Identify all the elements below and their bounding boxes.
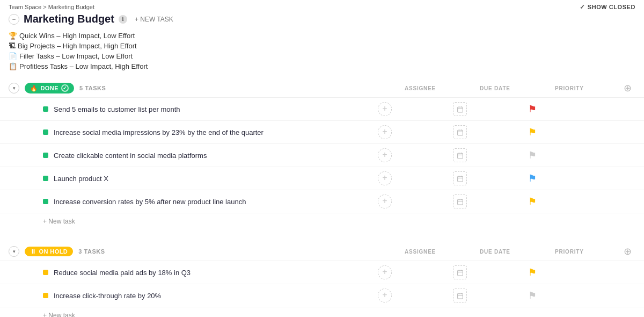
priority-cell-0-2[interactable]: ⚑	[528, 149, 592, 161]
priority-flag-0-1: ⚑	[528, 126, 537, 138]
calendar-icon-0-2[interactable]	[453, 148, 467, 162]
calendar-svg	[457, 106, 464, 113]
badge-icon-done: 🔥	[30, 85, 38, 92]
new-task-button[interactable]: + NEW TASK	[131, 15, 177, 24]
assignee-avatar-1-1[interactable]: +	[378, 289, 392, 302]
breadcrumb: Team Space > Marketing Budget	[9, 4, 94, 10]
priority-cell-0-1[interactable]: ⚑	[528, 126, 592, 138]
assignee-cell-0-1[interactable]: +	[378, 125, 453, 139]
task-dot-0-4	[43, 199, 48, 204]
calendar-icon-0-3[interactable]	[453, 171, 467, 185]
assignee-cell-0-0[interactable]: +	[378, 102, 453, 116]
task-row-0-1[interactable]: Increase social media impressions by 23%…	[0, 121, 644, 144]
due-date-cell-0-3[interactable]	[453, 171, 528, 185]
show-closed-label: SHOW CLOSED	[588, 4, 635, 10]
task-row-0-3[interactable]: Launch product X + ⚑	[0, 167, 644, 190]
svg-rect-16	[457, 199, 463, 205]
assignee-avatar-1-0[interactable]: +	[378, 265, 392, 279]
section-collapse-on-hold[interactable]: ▾	[9, 246, 19, 257]
task-name-text-0-1: Increase social media impressions by 23%…	[54, 128, 264, 136]
task-name-cell-0-0: Send 5 emails to customer list per month	[43, 105, 378, 113]
avatar-add-icon: +	[382, 104, 387, 113]
due-date-cell-0-0[interactable]	[453, 102, 528, 116]
task-dot-0-2	[43, 153, 48, 158]
page-collapse-button[interactable]: –	[9, 14, 19, 25]
status-badge-on-hold[interactable]: ⏸ ON HOLD	[25, 247, 73, 256]
avatar-add-icon: +	[382, 291, 387, 299]
task-row-0-0[interactable]: Send 5 emails to customer list per month…	[0, 98, 644, 121]
assignee-cell-1-0[interactable]: +	[378, 265, 453, 279]
due-date-cell-1-1[interactable]	[453, 289, 528, 302]
section-header-on-hold: ▾⏸ ON HOLD3 TASKSASSIGNEEDUE DATEPRIORIT…	[0, 242, 644, 261]
avatar-add-icon: +	[382, 197, 387, 205]
calendar-icon-1-0[interactable]	[453, 265, 467, 279]
collapse-arrow-icon: ▾	[13, 249, 16, 254]
task-name-cell-0-2: Create clickable content in social media…	[43, 152, 378, 160]
badge-label-on-hold: ON HOLD	[39, 248, 68, 255]
calendar-icon-0-1[interactable]	[453, 125, 467, 139]
legend-item-3: 📋 Profitless Tasks – Low Impact, High Ef…	[9, 62, 635, 70]
calendar-icon-1-1[interactable]	[453, 289, 467, 302]
priority-cell-0-4[interactable]: ⚑	[528, 196, 592, 207]
priority-flag-0-2: ⚑	[528, 149, 537, 161]
page-header: – Marketing Budget ℹ + NEW TASK	[0, 12, 644, 30]
section-collapse-done[interactable]: ▾	[9, 83, 19, 93]
priority-flag-0-0: ⚑	[528, 103, 537, 115]
task-row-1-1[interactable]: Increase click-through rate by 20% + ⚑	[0, 284, 644, 307]
section-done: ▾🔥 DONE ✓5 TASKSASSIGNEEDUE DATEPRIORITY…	[0, 79, 644, 229]
legend-emoji-1: 🏗	[9, 42, 16, 50]
status-badge-done[interactable]: 🔥 DONE ✓	[25, 83, 74, 93]
assignee-avatar-0-2[interactable]: +	[378, 148, 392, 162]
breadcrumb-parent[interactable]: Team Space	[9, 4, 41, 10]
priority-cell-0-0[interactable]: ⚑	[528, 103, 592, 115]
task-row-0-2[interactable]: Create clickable content in social media…	[0, 144, 644, 167]
info-icon[interactable]: ℹ	[119, 15, 127, 24]
assignee-avatar-0-0[interactable]: +	[378, 102, 392, 116]
priority-cell-1-1[interactable]: ⚑	[528, 290, 592, 301]
collapse-icon: –	[12, 16, 16, 22]
breadcrumb-current: Marketing Budget	[48, 4, 94, 10]
task-name-text-0-2: Create clickable content in social media…	[54, 152, 207, 160]
assignee-avatar-0-3[interactable]: +	[378, 171, 392, 185]
add-column-button[interactable]: ⊕	[619, 246, 635, 257]
due-date-cell-0-1[interactable]	[453, 125, 528, 139]
calendar-svg	[457, 152, 464, 159]
priority-flag-1-1: ⚑	[528, 290, 537, 301]
due-date-cell-0-4[interactable]	[453, 194, 528, 208]
add-column-button[interactable]: ⊕	[619, 82, 635, 94]
assignee-avatar-0-1[interactable]: +	[378, 125, 392, 139]
due-date-cell-0-2[interactable]	[453, 148, 528, 162]
priority-cell-1-0[interactable]: ⚑	[528, 266, 592, 278]
avatar-add-icon: +	[382, 150, 387, 159]
calendar-svg	[457, 129, 464, 136]
legend-emoji-2: 📄	[9, 52, 17, 60]
col-header-due-date: DUE DATE	[480, 85, 555, 91]
breadcrumb-separator: >	[43, 4, 46, 10]
avatar-add-icon: +	[382, 174, 387, 182]
assignee-cell-0-4[interactable]: +	[378, 194, 453, 208]
badge-label-done: DONE	[40, 85, 58, 91]
priority-cell-0-3[interactable]: ⚑	[528, 172, 592, 184]
col-header-priority: PRIORITY	[555, 249, 619, 255]
calendar-icon-0-0[interactable]	[453, 102, 467, 116]
task-row-1-0[interactable]: Reduce social media paid ads by 18% in Q…	[0, 261, 644, 284]
task-row-0-4[interactable]: Increase conversion rates by 5% after ne…	[0, 190, 644, 213]
new-task-row-on-hold[interactable]: + New task	[0, 307, 644, 317]
col-header-assignee: ASSIGNEE	[405, 249, 480, 255]
legend-item-0: 🏆 Quick Wins – High Impact, Low Effort	[9, 32, 635, 40]
add-col-icon: ⊕	[624, 246, 632, 257]
task-count-done: 5 TASKS	[79, 85, 106, 91]
assignee-cell-0-2[interactable]: +	[378, 148, 453, 162]
task-dot-1-0	[43, 270, 48, 275]
assignee-cell-1-1[interactable]: +	[378, 289, 453, 302]
due-date-cell-1-0[interactable]	[453, 265, 528, 279]
calendar-icon-0-4[interactable]	[453, 194, 467, 208]
assignee-avatar-0-4[interactable]: +	[378, 194, 392, 208]
priority-flag-0-3: ⚑	[528, 172, 537, 184]
show-closed-button[interactable]: ✓ SHOW CLOSED	[580, 3, 635, 11]
badge-check-done: ✓	[61, 84, 69, 92]
assignee-cell-0-3[interactable]: +	[378, 171, 453, 185]
show-closed-check: ✓	[580, 3, 586, 11]
new-task-row-done[interactable]: + New task	[0, 213, 644, 229]
legend: 🏆 Quick Wins – High Impact, Low Effort 🏗…	[0, 30, 644, 79]
